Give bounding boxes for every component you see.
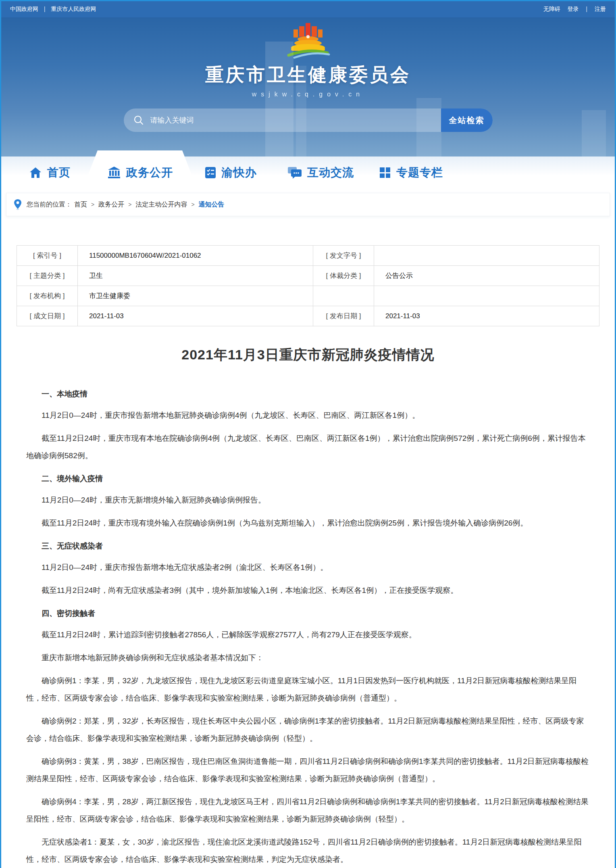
topbar: 中国政府网 | 重庆市人民政府网 无障碍 登录 | 注册 bbox=[1, 1, 615, 17]
article-paragraph: 重庆市新增本地新冠肺炎确诊病例和无症状感染者基本情况如下： bbox=[26, 649, 590, 666]
tab-home[interactable]: 首页 bbox=[4, 156, 95, 189]
article-paragraph: 截至11月2日24时，尚有无症状感染者3例（其中，境外新加坡输入1例，本地渝北区… bbox=[26, 582, 590, 599]
search-icon bbox=[133, 115, 144, 125]
meta-value: 卫生 bbox=[78, 266, 313, 286]
topbar-left: 中国政府网 | 重庆市人民政府网 bbox=[10, 6, 96, 13]
article-paragraph: 确诊病例2：郑某，男，32岁，长寿区报告，现住长寿区中央公园小区，确诊病例1李某… bbox=[26, 712, 590, 747]
main-nav: 首页政务公开渝快办互动交流专题专栏 bbox=[1, 156, 615, 189]
main-content: [ 索引号 ]11500000MB1670604W/2021-01062[ 发文… bbox=[1, 245, 615, 868]
section-heading: 一、本地疫情 bbox=[26, 385, 590, 403]
chat-icon bbox=[287, 166, 302, 179]
meta-value bbox=[374, 286, 599, 306]
tab-government-affairs[interactable]: 政务公开 bbox=[95, 156, 185, 189]
meta-value: 2021-11-03 bbox=[78, 306, 313, 326]
section-heading: 四、密切接触者 bbox=[26, 605, 590, 622]
meta-table-row: [ 主题分类 ]卫生[ 体裁分类 ]公告公示 bbox=[17, 266, 599, 286]
tab-label: 政务公开 bbox=[126, 165, 173, 180]
topbar-separator: | bbox=[44, 6, 46, 12]
article-paragraph: 11月2日0—24时，重庆市报告新增本地无症状感染者2例（渝北区、长寿区各1例）… bbox=[26, 559, 590, 576]
section-heading: 三、无症状感染者 bbox=[26, 537, 590, 555]
tab-label: 互动交流 bbox=[307, 165, 354, 180]
meta-label: [ 索引号 ] bbox=[17, 246, 78, 266]
search-button[interactable]: 全站检索 bbox=[441, 108, 493, 132]
bank-icon bbox=[107, 166, 121, 179]
skyline-building bbox=[582, 110, 606, 156]
topbar-right: 无障碍 登录 | 注册 bbox=[538, 6, 606, 13]
meta-label: [ 发文字号 ] bbox=[313, 246, 374, 266]
article-paragraph: 无症状感染者1：夏某，女，30岁，渝北区报告，现住渝北区龙溪街道武陵路152号，… bbox=[26, 833, 590, 868]
tab-label: 渝快办 bbox=[222, 165, 257, 180]
document-meta-table: [ 索引号 ]11500000MB1670604W/2021-01062[ 发文… bbox=[17, 245, 599, 326]
article-paragraph: 确诊病例1：李某，男，32岁，九龙坡区报告，现住九龙坡区彩云街道皇庭珠宝城小区。… bbox=[26, 672, 590, 707]
meta-label: [ 发布机构 ] bbox=[17, 286, 78, 306]
tab-yukuaiban[interactable]: 渝快办 bbox=[185, 156, 275, 189]
article-paragraph: 11月2日0—24时，重庆市无新增境外输入新冠肺炎确诊病例报告。 bbox=[26, 491, 590, 509]
article-paragraph: 截至11月2日24时，累计追踪到密切接触者27856人，已解除医学观察27577… bbox=[26, 626, 590, 643]
article-paragraph: 截至11月2日24时，重庆市现有境外输入在院确诊病例1例（为乌兹别克斯坦输入），… bbox=[26, 514, 590, 532]
site-title: 重庆市卫生健康委员会 bbox=[1, 63, 615, 88]
register-link[interactable]: 注册 bbox=[595, 6, 606, 12]
meta-value: 公告公示 bbox=[374, 266, 599, 286]
breadcrumb-item-0[interactable]: 首页 bbox=[74, 201, 87, 208]
checklist-icon bbox=[204, 166, 217, 179]
meta-table-row: [ 成文日期 ]2021-11-03[ 发布日期 ]2021-11-03 bbox=[17, 306, 599, 326]
breadcrumb-items: 首页>政务公开>法定主动公开内容>通知公告 bbox=[72, 200, 229, 209]
home-icon bbox=[29, 166, 42, 179]
meta-value: 市卫生健康委 bbox=[78, 286, 313, 306]
breadcrumb-separator: > bbox=[128, 201, 131, 208]
accessibility-link[interactable]: 无障碍 bbox=[543, 6, 560, 12]
breadcrumb-item-1[interactable]: 政务公开 bbox=[98, 201, 124, 208]
location-pin-icon bbox=[14, 199, 22, 210]
meta-table-row: [ 索引号 ]11500000MB1670604W/2021-01062[ 发文… bbox=[17, 246, 599, 266]
search-input-wrap bbox=[124, 108, 493, 132]
meta-value: 11500000MB1670604W/2021-01062 bbox=[78, 246, 313, 266]
breadcrumb: 您当前的位置： 首页>政务公开>法定主动公开内容>通知公告 bbox=[6, 193, 610, 216]
meta-value bbox=[374, 246, 599, 266]
search-input[interactable] bbox=[150, 116, 409, 125]
meta-label: [ 体裁分类 ] bbox=[313, 266, 374, 286]
article-body: 一、本地疫情11月2日0—24时，重庆市报告新增本地新冠肺炎确诊病例4例（九龙坡… bbox=[17, 379, 599, 868]
meta-table-row: [ 发布机构 ]市卫生健康委 bbox=[17, 286, 599, 306]
article-paragraph: 确诊病例3：黄某，男，38岁，巴南区报告，现住巴南区鱼洞街道鲁能一期，四川省11… bbox=[26, 753, 590, 787]
meta-label: [ 发布日期 ] bbox=[313, 306, 374, 326]
breadcrumb-prefix: 您当前的位置： bbox=[27, 200, 72, 209]
breadcrumb-item-3[interactable]: 通知公告 bbox=[199, 201, 225, 208]
breadcrumb-separator: > bbox=[191, 201, 194, 208]
article-paragraph: 截至11月2日24时，重庆市现有本地在院确诊病例4例（九龙坡区、长寿区、巴南区、… bbox=[26, 430, 590, 464]
topbar-link-china-gov[interactable]: 中国政府网 bbox=[10, 6, 38, 12]
page: 中国政府网 | 重庆市人民政府网 无障碍 登录 | 注册 bbox=[0, 0, 616, 868]
skyline-building bbox=[265, 42, 293, 156]
header-banner: 重庆市卫生健康委员会 wsjkw.cq.gov.cn 全站检索 bbox=[1, 17, 615, 156]
tab-label: 专题专栏 bbox=[396, 165, 443, 180]
breadcrumb-separator: > bbox=[91, 201, 94, 208]
article-paragraph: 确诊病例4：李某，男，28岁，两江新区报告，现住九龙坡区马王村，四川省11月2日… bbox=[26, 793, 590, 828]
login-link[interactable]: 登录 bbox=[568, 6, 579, 12]
meta-label bbox=[313, 286, 374, 306]
article-title: 2021年11月3日重庆市新冠肺炎疫情情况 bbox=[17, 346, 599, 364]
section-heading: 二、境外输入疫情 bbox=[26, 470, 590, 487]
tab-special-columns[interactable]: 专题专栏 bbox=[366, 156, 456, 189]
article-paragraph: 11月2日0—24时，重庆市报告新增本地新冠肺炎确诊病例4例（九龙坡区、长寿区、… bbox=[26, 407, 590, 424]
topbar-separator: | bbox=[586, 6, 587, 12]
tab-interaction[interactable]: 互动交流 bbox=[275, 156, 366, 189]
topbar-link-cq-gov[interactable]: 重庆市人民政府网 bbox=[51, 6, 96, 12]
tab-label: 首页 bbox=[47, 165, 71, 180]
meta-label: [ 成文日期 ] bbox=[17, 306, 78, 326]
search-bar: 全站检索 bbox=[124, 108, 493, 132]
site-url: wsjkw.cq.gov.cn bbox=[1, 91, 615, 98]
meta-value: 2021-11-03 bbox=[374, 306, 599, 326]
meta-label: [ 主题分类 ] bbox=[17, 266, 78, 286]
grid-icon bbox=[379, 166, 391, 179]
breadcrumb-item-2[interactable]: 法定主动公开内容 bbox=[135, 201, 187, 208]
